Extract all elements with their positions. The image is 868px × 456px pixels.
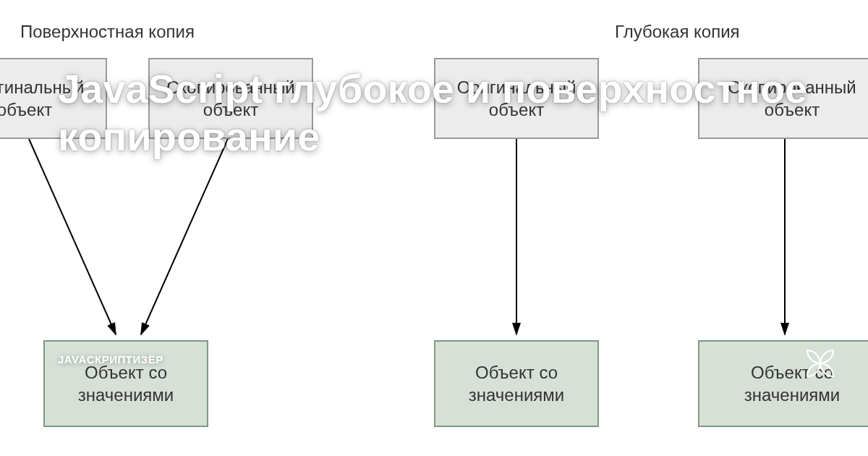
author-label: JAVAСКРИПТИЗЁР <box>58 353 163 366</box>
zen-logo-icon <box>803 346 838 381</box>
overlay-layer: JavaScript глубокое и поверхностное копи… <box>0 0 868 456</box>
article-title: JavaScript глубокое и поверхностное копи… <box>58 65 817 161</box>
